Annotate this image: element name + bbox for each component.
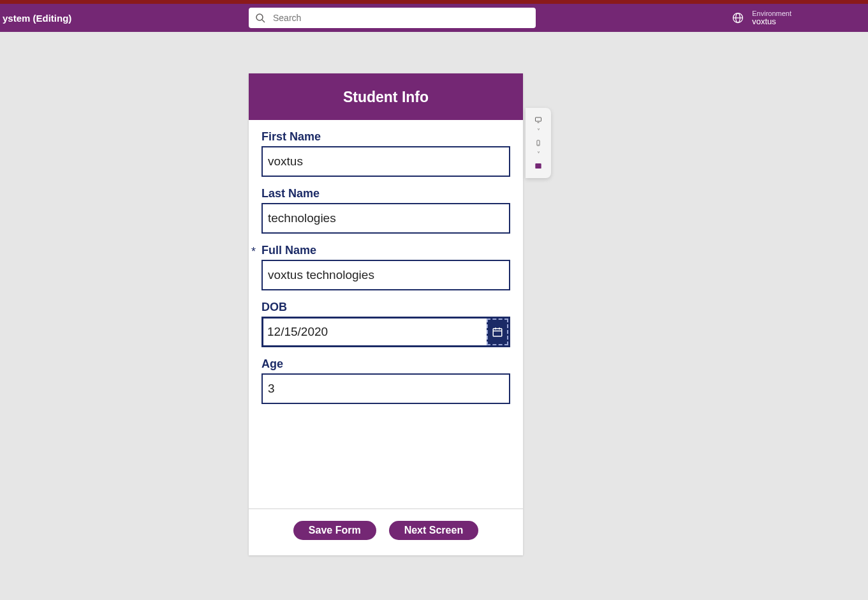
search-icon bbox=[255, 13, 265, 23]
svg-point-0 bbox=[256, 14, 263, 20]
top-bar: ystem (Editing) Environment voxtus bbox=[0, 4, 868, 32]
app-title: ystem (Editing) bbox=[0, 13, 71, 24]
save-button[interactable]: Save Form bbox=[293, 521, 376, 540]
svg-rect-9 bbox=[536, 117, 541, 121]
last-name-label: Last Name bbox=[261, 187, 510, 200]
device-tablet-button[interactable] bbox=[531, 160, 546, 172]
search-input[interactable] bbox=[265, 13, 529, 23]
age-value: 3 bbox=[261, 373, 510, 404]
dob-input-wrap bbox=[261, 317, 510, 347]
monitor-icon bbox=[533, 116, 543, 124]
first-name-input[interactable] bbox=[261, 146, 510, 177]
chevron-down-icon: ˅ bbox=[537, 128, 540, 135]
age-label: Age bbox=[261, 357, 510, 371]
search-box[interactable] bbox=[249, 8, 536, 28]
environment-text: Environment voxtus bbox=[752, 10, 791, 26]
form-body: First Name Last Name * Full Name DOB bbox=[249, 120, 523, 508]
date-picker-button[interactable] bbox=[487, 319, 508, 345]
dob-label: DOB bbox=[261, 301, 510, 314]
svg-line-1 bbox=[262, 20, 265, 22]
environment-value: voxtus bbox=[752, 17, 791, 26]
phone-icon bbox=[535, 138, 541, 148]
first-name-label: First Name bbox=[261, 130, 510, 144]
full-name-input[interactable] bbox=[261, 260, 510, 290]
form-title: Student Info bbox=[249, 75, 523, 120]
form-card: Student Info First Name Last Name * Full… bbox=[249, 73, 523, 555]
device-phone-button[interactable] bbox=[531, 137, 546, 149]
device-preview-panel: ˅ ˅ bbox=[526, 108, 551, 178]
field-full-name: * Full Name bbox=[261, 244, 510, 290]
full-name-label: Full Name bbox=[261, 244, 510, 257]
field-last-name: Last Name bbox=[261, 187, 510, 234]
required-indicator: * bbox=[251, 245, 256, 259]
tablet-icon bbox=[533, 161, 543, 170]
field-dob: DOB bbox=[261, 301, 510, 347]
field-age: Age 3 bbox=[261, 357, 510, 404]
canvas-area: Student Info First Name Last Name * Full… bbox=[0, 32, 868, 600]
next-button[interactable]: Next Screen bbox=[389, 521, 479, 540]
environment-selector[interactable]: Environment voxtus bbox=[732, 10, 791, 26]
globe-icon bbox=[732, 11, 744, 24]
device-desktop-button[interactable] bbox=[531, 114, 546, 126]
svg-rect-5 bbox=[493, 329, 502, 336]
last-name-input[interactable] bbox=[261, 203, 510, 234]
form-footer: Save Form Next Screen bbox=[249, 508, 523, 555]
calendar-icon bbox=[492, 326, 503, 338]
svg-rect-13 bbox=[535, 163, 541, 169]
chevron-down-icon: ˅ bbox=[537, 151, 540, 158]
dob-input[interactable] bbox=[263, 319, 487, 345]
field-first-name: First Name bbox=[261, 130, 510, 177]
